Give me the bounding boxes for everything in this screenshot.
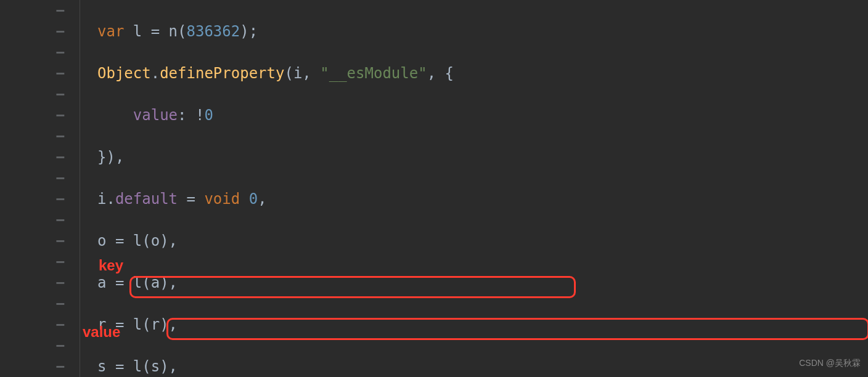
code-line: Object.defineProperty(i, "__esModule", { [97,63,868,84]
gutter-marker: − [0,168,80,188]
gutter-marker: − [0,42,80,63]
gutter-marker: − [0,293,80,314]
gutter-marker: − [0,209,80,230]
gutter: − − − − − − − − − − − − − − − − − − − [0,0,80,377]
gutter-marker: − [0,335,80,356]
code-line: i.default = void 0, [97,188,868,209]
gutter-marker: − [0,105,80,126]
gutter-marker: − [0,63,80,84]
code-line: s = l(s), [97,356,868,377]
gutter-marker: − [0,0,80,21]
code-line: o = l(o), [97,230,868,251]
gutter-marker: − [0,230,80,251]
code-line: }), [97,147,868,168]
gutter-marker: − [0,272,80,293]
gutter-marker: − [0,126,80,147]
gutter-marker: − [0,314,80,335]
gutter-marker: − [0,84,80,105]
gutter-marker: − [0,251,80,272]
gutter-marker: − [0,188,80,209]
annotation-key: key [99,255,123,276]
watermark: CSDN @吴秋霖 [799,352,861,373]
code-area[interactable]: var l = n(836362); Object.defineProperty… [80,0,868,377]
gutter-marker: − [0,21,80,42]
annotation-value: value [83,322,120,343]
code-editor: − − − − − − − − − − − − − − − − − − − va… [0,0,868,377]
code-line: var l = n(836362); [97,21,868,42]
code-line: value: !0 [97,105,868,126]
code-line: a = l(a), [97,272,868,293]
gutter-marker: − [0,356,80,377]
gutter-marker: − [0,147,80,168]
code-line: r = l(r), [97,314,868,335]
